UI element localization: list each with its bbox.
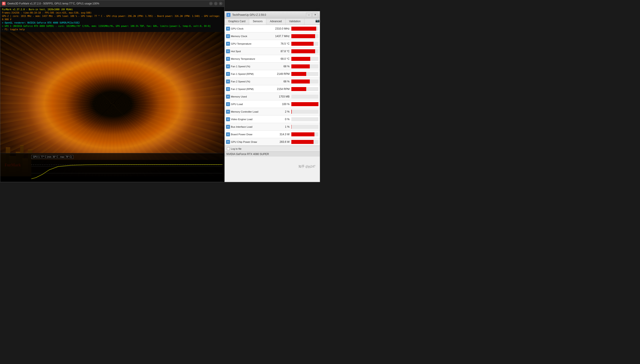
fan2-rpm-value: 2154 RPM [269,88,291,90]
bus-interface-bar-fill [291,125,292,129]
gpuz-tabs: Graphics Card Sensors Advanced Validatio… [225,18,320,25]
gpuz-minimize-button[interactable]: ─ [306,13,312,17]
video-engine-dropdown[interactable]: ▼ [226,117,230,121]
sensor-row-fan2-pct: ▼ Fan 2 Speed (%) 68 % [225,78,320,85]
mem-ctrl-load-dropdown[interactable]: ▼ [226,110,230,114]
mem-ctrl-load-bar-fill [291,110,292,114]
mem-ctrl-load-value: 2 % [269,110,291,113]
gpu-temp-dropdown[interactable]: ▼ [226,42,230,46]
furmark-info-line-4: > OpenGL renderer: NVIDIA GeForce RTX 40… [2,21,222,24]
gpuz-bottom-bar: Log to file [225,146,320,152]
memory-clock-label: Memory Clock [231,35,247,38]
board-power-value: 314.3 W [269,133,291,136]
mem-ctrl-load-bar [291,110,318,114]
fan2-pct-value: 68 % [269,80,291,83]
chip-power-bar [291,140,318,144]
furmark-info-line-2: Frames:314256 - time:08:10:18 - FPS:505 … [2,11,222,14]
sensor-row-gpu-temp: ▼ GPU Temperature 76.5 °C [225,40,320,48]
chip-power-label: GPU Chip Power Draw [231,140,257,143]
gpu-clock-dropdown[interactable]: ▼ [226,27,230,31]
fan2-rpm-dropdown[interactable]: ▼ [226,87,230,91]
furmark-window: G Geeks3D FurMark v1.37.2.0 - 505FPS, GP… [0,0,224,182]
memory-used-label: Memory Used [231,95,247,98]
gpu-load-dropdown[interactable]: ▼ [226,102,230,106]
sensor-row-memory-temp: ▼ Memory Temperature 68.0 °C [225,55,320,63]
gpu-clock-label: GPU Clock [231,27,244,30]
board-power-label: Board Power Draw [231,133,252,136]
fan2-pct-label: Fan 2 Speed (%) [231,80,250,83]
fan1-rpm-bar [291,72,318,76]
memory-clock-dropdown[interactable]: ▼ [226,34,230,38]
furmark-info-line-3: GPU-Z | core: 1815 MHz - mem: 1437 MHz -… [2,14,222,21]
tab-advanced[interactable]: Advanced [266,18,285,25]
chip-power-dropdown[interactable]: ▼ [226,140,230,144]
memory-clock-bar-fill [291,34,315,38]
tab-sensors[interactable]: Sensors [249,18,266,25]
maximize-button[interactable]: □ [214,2,218,5]
hot-spot-label: Hot Spot [231,50,241,53]
graph-label: GPU 1: 77° C (min: 36° C - max: 78° C) [31,155,73,159]
fan1-pct-dropdown[interactable]: ▼ [226,64,230,68]
furmark-title: Geeks3D FurMark v1.37.2.0 - 505FPS, GPU1… [7,2,207,5]
gpuz-model-bar: NVIDIA GeForce RTX 4080 SUPER [225,152,320,156]
bus-interface-dropdown[interactable]: ▼ [226,125,230,129]
memory-used-dropdown[interactable]: ▼ [226,94,230,98]
gpu-load-bar-fill [291,102,318,106]
sensor-row-video-engine: ▼ Video Engine Load 0 % [225,116,320,123]
screenshot-icon[interactable]: 📷 [315,18,320,25]
fan1-pct-bar-fill [291,64,310,68]
gpuz-close-button[interactable]: ✕ [312,13,318,17]
furmark-info-bar: FurMark v1.37.2.0 - Burn-in test, 1920x1… [0,7,224,32]
furmark-info-line-1: FurMark v1.37.2.0 - Burn-in test, 1920x1… [2,8,222,11]
memory-clock-value: 1437.7 MHz [269,35,291,38]
furmark-info-line-5: > GPU 1 (NVIDIA GeForce RTX 4080 SUPER) … [2,24,222,28]
hot-spot-dropdown[interactable]: ▼ [226,49,230,53]
sensor-row-fan1-pct: ▼ Fan 1 Speed (%) 68 % [225,63,320,70]
close-button[interactable]: ✕ [219,2,222,5]
fan2-pct-bar [291,80,318,84]
sensor-row-hot-spot: ▼ Hot Spot 87.8 °C [225,48,320,55]
sensor-row-fan1-rpm: ▼ Fan 1 Speed (RPM) 2149 RPM [225,70,320,78]
gpu-temp-bar [291,42,318,46]
board-power-dropdown[interactable]: ▼ [226,132,230,136]
video-engine-label: Video Engine Load [231,118,252,120]
mem-ctrl-load-label: Memory Controller Load [231,110,258,113]
sensor-row-memory-clock: ▼ Memory Clock 1437.7 MHz [225,32,320,40]
zhihu-watermark: 知乎 @pj247 [298,164,315,168]
board-power-bar [291,132,318,136]
furmark-info-line-6: - F1: toggle help [2,28,222,31]
gpu-temp-value: 76.5 °C [269,42,291,45]
gpu-clock-bar-fill [291,27,316,31]
fan1-rpm-value: 2149 RPM [269,72,291,76]
memory-temp-dropdown[interactable]: ▼ [226,57,230,61]
furmark-app-icon: G [2,2,6,5]
log-to-file-checkbox[interactable] [227,147,230,150]
memory-temp-bar [291,57,318,61]
video-engine-value: 0 % [269,118,291,121]
video-engine-bar [291,117,318,121]
tab-graphics-card[interactable]: Graphics Card [225,18,249,25]
bus-interface-label: Bus Interface Load [231,126,252,128]
fan1-pct-value: 68 % [269,65,291,68]
fan1-pct-bar [291,64,318,68]
bus-interface-value: 1 % [269,125,291,128]
minimize-button[interactable]: ─ [209,2,213,5]
gpuz-app-icon: Z [226,13,230,17]
fan2-rpm-bar [291,87,318,91]
furmark-win-controls: ─ □ ✕ [209,2,222,5]
fan2-pct-dropdown[interactable]: ▼ [226,80,230,84]
sensor-row-memory-used: ▼ Memory Used 1703 MB [225,93,320,100]
sensor-row-mem-ctrl-load: ▼ Memory Controller Load 2 % [225,108,320,116]
gpu-load-label: GPU Load [231,103,243,106]
log-to-file-label: Log to file [231,148,242,150]
sensor-row-board-power: ▼ Board Power Draw 314.3 W [225,130,320,138]
bus-interface-bar [291,125,318,129]
fan1-rpm-bar-fill [291,72,306,76]
memory-clock-bar [291,34,318,38]
fan1-rpm-dropdown[interactable]: ▼ [226,72,230,76]
tab-validation[interactable]: Validation [286,18,304,25]
fan2-rpm-label: Fan 2 Speed (RPM) [231,88,254,90]
memory-used-value: 1703 MB [269,95,291,98]
memory-temp-value: 68.0 °C [269,57,291,60]
fan1-pct-label: Fan 1 Speed (%) [231,65,250,68]
